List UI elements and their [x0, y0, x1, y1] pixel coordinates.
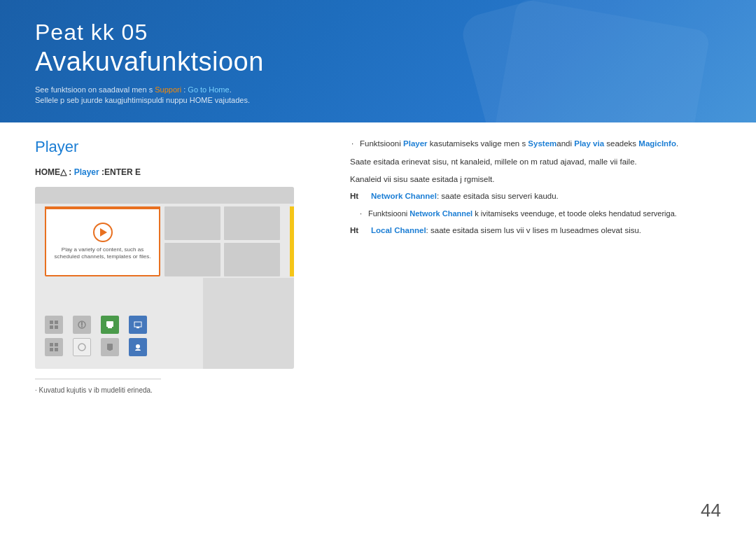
- section-title: Player: [35, 138, 329, 156]
- footnote: · Kuvatud kujutis v ib mudeliti erineda.: [35, 386, 329, 394]
- player-icon-7: [101, 338, 119, 356]
- player-icon-8: [129, 338, 147, 356]
- enter-label: :ENTER E: [99, 167, 141, 177]
- player-mockup: Play a variety of content, such as sched…: [35, 187, 294, 369]
- b1-player-link: Player: [403, 139, 428, 148]
- svg-point-15: [78, 344, 85, 351]
- svg-point-18: [136, 344, 140, 349]
- page-number: 44: [701, 500, 721, 521]
- play-triangle-icon: [100, 228, 107, 237]
- desc1-prefix: See funktsioon on saadaval men s: [35, 85, 155, 94]
- plain-text-1: Saate esitada erinevat sisu, nt kanaleid…: [350, 156, 721, 169]
- svg-rect-9: [134, 322, 141, 327]
- home-label: HOME: [35, 167, 60, 177]
- player-icon-2: [73, 316, 91, 334]
- player-icon-1: [45, 316, 63, 334]
- b1-close: .: [676, 139, 678, 148]
- home-sep: :: [66, 167, 74, 177]
- svg-rect-5: [81, 322, 83, 325]
- svg-rect-6: [81, 326, 83, 328]
- header-desc2: Sellele p seb juurde kaugjuhtimispuldi n…: [35, 96, 721, 104]
- ht1-label: Ht: [350, 190, 358, 203]
- ht1-network-link: Network Channel: [371, 192, 437, 200]
- b1-system-link: System: [528, 139, 556, 148]
- bsub-prefix: Funktsiooni: [368, 209, 410, 218]
- ht-item-1: Ht Network Channel: saate esitada sisu s…: [350, 190, 721, 203]
- svg-rect-2: [50, 325, 53, 329]
- player-grid-item-2: [164, 206, 220, 240]
- main-content: Player HOME△ : Player :ENTER E Play a va…: [0, 122, 756, 408]
- svg-rect-11: [50, 343, 53, 346]
- svg-rect-8: [108, 327, 112, 328]
- svg-rect-13: [50, 348, 53, 351]
- b1-mid2: andi: [556, 139, 574, 148]
- svg-rect-7: [106, 321, 113, 327]
- svg-rect-3: [55, 325, 58, 329]
- player-icon-6: [73, 338, 91, 356]
- left-column: Player HOME△ : Player :ENTER E Play a va…: [35, 138, 329, 394]
- player-selected-item: Play a variety of content, such as sched…: [45, 206, 160, 276]
- divider-line: [35, 379, 161, 379]
- chapter-title: Avakuvafunktsioon: [35, 47, 721, 77]
- b1-mid1: kasutamiseks valige men s: [428, 139, 528, 148]
- player-icon-5: [45, 338, 63, 356]
- player-icon-3: [101, 316, 119, 334]
- plain-text-2: Kanaleid vii sisu saate esitada j rgmise…: [350, 174, 721, 186]
- desc1-link1: Suppori: [155, 85, 181, 94]
- svg-rect-1: [55, 321, 58, 324]
- play-circle-icon: [93, 223, 113, 242]
- desc1-suffix: .: [230, 85, 232, 94]
- home-nav: HOME△ : Player :ENTER E: [35, 167, 329, 177]
- desc1-link2: Go to Home: [188, 85, 229, 94]
- ht2-suffix: : saate esitada sisem lus vii v lises m …: [426, 226, 641, 234]
- desc1-sep: :: [181, 85, 188, 94]
- right-column: Funktsiooni Player kasutamiseks valige m…: [350, 138, 721, 394]
- bullet-sub-1: Funktsiooni Network Channel k ivitamisek…: [350, 208, 721, 220]
- ht2-label: Ht: [350, 225, 358, 237]
- svg-rect-0: [50, 321, 53, 324]
- bsub-suffix: k ivitamiseks veenduge, et toode oleks h…: [472, 209, 677, 218]
- ht2-local-link: Local Channel: [371, 226, 426, 234]
- player-item-text: Play a variety of content, such as sched…: [46, 246, 159, 261]
- player-grid-item-3: [224, 206, 280, 240]
- player-icon-4: [129, 316, 147, 334]
- ht1-suffix: : saate esitada sisu serveri kaudu.: [437, 192, 559, 200]
- chapter-label: Peat kk 05: [35, 20, 721, 45]
- svg-rect-14: [55, 348, 58, 351]
- b1-magicinfo-link: MagicInfo: [638, 139, 676, 148]
- player-accent-bar: [290, 206, 294, 276]
- svg-rect-17: [108, 350, 111, 351]
- ht-item-2: Ht Local Channel: saate esitada sisem lu…: [350, 225, 721, 237]
- header-banner: Peat kk 05 Avakuvafunktsioon See funktsi…: [0, 0, 756, 122]
- player-top-bar: [35, 187, 294, 204]
- player-icons-row-1: [45, 316, 147, 334]
- svg-rect-10: [136, 327, 139, 328]
- player-right-panel: [203, 278, 294, 369]
- bullet-1: Funktsiooni Player kasutamiseks valige m…: [350, 138, 721, 150]
- player-grid-item-4: [164, 243, 220, 276]
- b1-prefix: Funktsiooni: [360, 139, 403, 148]
- b1-mid3: seadeks: [604, 139, 638, 148]
- svg-rect-12: [55, 343, 58, 346]
- svg-rect-16: [107, 344, 113, 350]
- player-item-border-top: [45, 206, 160, 209]
- header-desc1: See funktsioon on saadaval men s Suppori…: [35, 85, 721, 94]
- player-grid-item-5: [224, 243, 280, 276]
- bsub-link: Network Channel: [410, 209, 472, 218]
- player-nav-link: Player: [74, 167, 99, 177]
- b1-playvia-link: Play via: [574, 139, 604, 148]
- player-icons-row-2: [45, 338, 147, 356]
